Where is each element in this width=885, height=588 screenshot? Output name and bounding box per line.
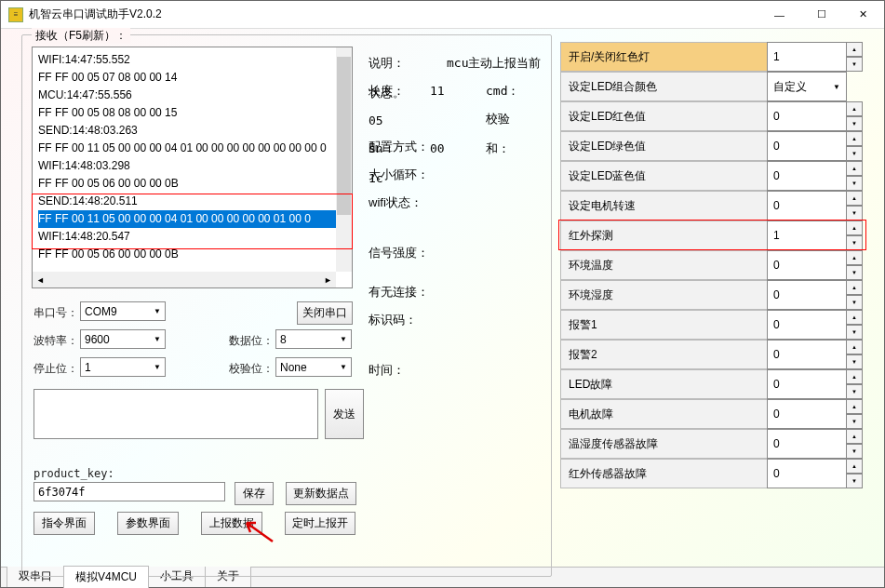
cmd-ui-button[interactable]: 指令界面 bbox=[34, 512, 95, 535]
port-combo[interactable]: COM9▼ bbox=[80, 301, 166, 321]
wifi-label: wifi状态： bbox=[369, 188, 430, 218]
log-line[interactable]: WIFI:14:48:20.547 bbox=[38, 228, 346, 246]
spin-down-icon[interactable]: ▼ bbox=[846, 325, 863, 340]
send-textarea[interactable] bbox=[34, 389, 318, 439]
spin-up-icon[interactable]: ▲ bbox=[846, 131, 863, 146]
property-name: 设定电机转速 bbox=[560, 191, 768, 220]
close-button[interactable]: ✕ bbox=[842, 1, 884, 28]
spin-up-icon[interactable]: ▲ bbox=[846, 280, 863, 295]
spin-up-icon[interactable]: ▲ bbox=[846, 220, 863, 235]
property-name: 设定LED组合颜色 bbox=[560, 72, 768, 101]
len-label: 长度： bbox=[369, 76, 430, 106]
update-dp-button[interactable]: 更新数据点 bbox=[286, 482, 356, 505]
property-name: 设定LED蓝色值 bbox=[560, 161, 768, 191]
minimize-button[interactable]: — bbox=[758, 1, 800, 28]
spin-up-icon[interactable]: ▲ bbox=[846, 250, 863, 265]
property-value[interactable]: 自定义▼ bbox=[767, 72, 847, 101]
property-value[interactable]: 0 bbox=[767, 280, 847, 310]
spin-down-icon[interactable]: ▼ bbox=[846, 354, 863, 369]
property-value[interactable]: 0 bbox=[767, 250, 847, 280]
log-line[interactable]: SEND:14:48:03.263 bbox=[38, 122, 346, 140]
property-value[interactable]: 0 bbox=[767, 399, 847, 429]
property-value[interactable]: 0 bbox=[767, 101, 847, 131]
chevron-down-icon: ▼ bbox=[340, 363, 347, 371]
spin-up-icon[interactable]: ▲ bbox=[846, 369, 863, 384]
maximize-button[interactable]: ☐ bbox=[800, 1, 842, 28]
recv-hscroll[interactable]: ◄ ► bbox=[33, 272, 336, 287]
log-line[interactable]: WIFI:14:47:55.552 bbox=[38, 51, 346, 69]
save-button[interactable]: 保存 bbox=[235, 482, 274, 505]
log-line[interactable]: SEND:14:48:20.511 bbox=[38, 193, 346, 210]
recv-log[interactable]: WIFI:14:47:55.552FF FF 00 05 07 08 00 00… bbox=[32, 47, 353, 288]
desc-label: 说明： bbox=[369, 48, 430, 78]
spin-up-icon[interactable]: ▲ bbox=[846, 161, 863, 176]
scroll-left-icon[interactable]: ◄ bbox=[33, 272, 48, 287]
spin-down-icon[interactable]: ▼ bbox=[846, 57, 863, 72]
report-button[interactable]: 上报数据 bbox=[201, 512, 262, 535]
chevron-down-icon: ▼ bbox=[154, 307, 161, 315]
recv-vscroll[interactable] bbox=[336, 47, 352, 272]
spin-up-icon[interactable]: ▲ bbox=[846, 399, 863, 414]
property-name: 报警2 bbox=[560, 340, 768, 369]
spin-up-icon[interactable]: ▲ bbox=[846, 191, 863, 206]
spin-up-icon[interactable]: ▲ bbox=[846, 429, 863, 444]
scroll-right-icon[interactable]: ► bbox=[320, 272, 336, 287]
spin-down-icon[interactable]: ▼ bbox=[846, 116, 863, 131]
spin-down-icon[interactable]: ▼ bbox=[846, 444, 863, 459]
spin-down-icon[interactable]: ▼ bbox=[846, 414, 863, 429]
port-label: 串口号： bbox=[34, 305, 78, 321]
spin-up-icon[interactable]: ▲ bbox=[846, 310, 863, 325]
property-value[interactable]: 0 bbox=[767, 131, 847, 161]
property-value[interactable]: 1 bbox=[767, 220, 847, 250]
property-value[interactable]: 0 bbox=[767, 191, 847, 220]
close-port-button[interactable]: 关闭串口 bbox=[297, 301, 353, 325]
send-button[interactable]: 发送 bbox=[325, 389, 364, 439]
property-row: 设定LED蓝色值0▲▼ bbox=[560, 161, 864, 191]
spin-up-icon[interactable]: ▲ bbox=[846, 42, 863, 57]
property-row: 设定LED红色值0▲▼ bbox=[560, 101, 864, 131]
spin-down-icon[interactable]: ▼ bbox=[846, 206, 863, 220]
baud-combo[interactable]: 9600▼ bbox=[80, 329, 166, 349]
spin-down-icon[interactable]: ▼ bbox=[846, 265, 863, 280]
property-value[interactable]: 0 bbox=[767, 429, 847, 459]
spin-down-icon[interactable]: ▼ bbox=[846, 474, 863, 488]
log-line[interactable]: FF FF 00 05 06 00 00 00 0B bbox=[38, 246, 346, 263]
parity-label: 校验位： bbox=[229, 361, 274, 377]
property-name: 红外探测 bbox=[560, 220, 768, 250]
property-value[interactable]: 0 bbox=[767, 340, 847, 369]
property-value[interactable]: 0 bbox=[767, 369, 847, 399]
param-ui-button[interactable]: 参数界面 bbox=[117, 512, 179, 535]
spin-down-icon[interactable]: ▼ bbox=[846, 146, 863, 161]
property-value[interactable]: 0 bbox=[767, 310, 847, 340]
spin-down-icon[interactable]: ▼ bbox=[846, 176, 863, 191]
property-row: 设定电机转速0▲▼ bbox=[560, 191, 864, 220]
spin-down-icon[interactable]: ▼ bbox=[846, 384, 863, 399]
log-line[interactable]: FF FF 00 11 05 00 00 00 04 01 00 00 00 0… bbox=[38, 140, 346, 157]
chevron-down-icon: ▼ bbox=[154, 335, 161, 343]
spin-down-icon[interactable]: ▼ bbox=[846, 295, 863, 310]
tab-sim-v4mcu[interactable]: 模拟V4MCU bbox=[63, 566, 149, 588]
spin-up-icon[interactable]: ▲ bbox=[846, 459, 863, 474]
log-line[interactable]: FF FF 00 11 05 00 00 00 04 01 00 00 00 0… bbox=[38, 210, 346, 228]
spin-up-icon[interactable]: ▲ bbox=[846, 101, 863, 116]
spin-down-icon[interactable]: ▼ bbox=[846, 235, 863, 250]
log-line[interactable]: WIFI:14:48:03.298 bbox=[38, 157, 346, 175]
log-line[interactable]: FF FF 00 05 07 08 00 00 14 bbox=[38, 69, 346, 87]
spinner: ▲▼ bbox=[846, 459, 863, 488]
spinner: ▲▼ bbox=[846, 42, 863, 72]
log-line[interactable]: FF FF 00 05 06 00 00 00 0B bbox=[38, 175, 346, 193]
log-line[interactable]: MCU:14:47:55.556 bbox=[38, 87, 346, 104]
len-value: 11 bbox=[430, 76, 462, 106]
conn-label: 有无连接： bbox=[369, 277, 430, 307]
stop-combo[interactable]: 1▼ bbox=[80, 357, 166, 377]
parity-combo[interactable]: None▼ bbox=[275, 357, 352, 377]
property-name: 开启/关闭红色灯 bbox=[560, 42, 768, 72]
timer-report-button[interactable]: 定时上报开 bbox=[285, 512, 355, 535]
property-value[interactable]: 0 bbox=[767, 459, 847, 488]
pk-input[interactable]: 6f3074f bbox=[34, 482, 225, 501]
property-value[interactable]: 1 bbox=[767, 42, 847, 72]
log-line[interactable]: FF FF 00 05 08 08 00 00 15 bbox=[38, 104, 346, 122]
spin-up-icon[interactable]: ▲ bbox=[846, 340, 863, 354]
property-value[interactable]: 0 bbox=[767, 161, 847, 191]
databit-combo[interactable]: 8▼ bbox=[275, 329, 352, 349]
